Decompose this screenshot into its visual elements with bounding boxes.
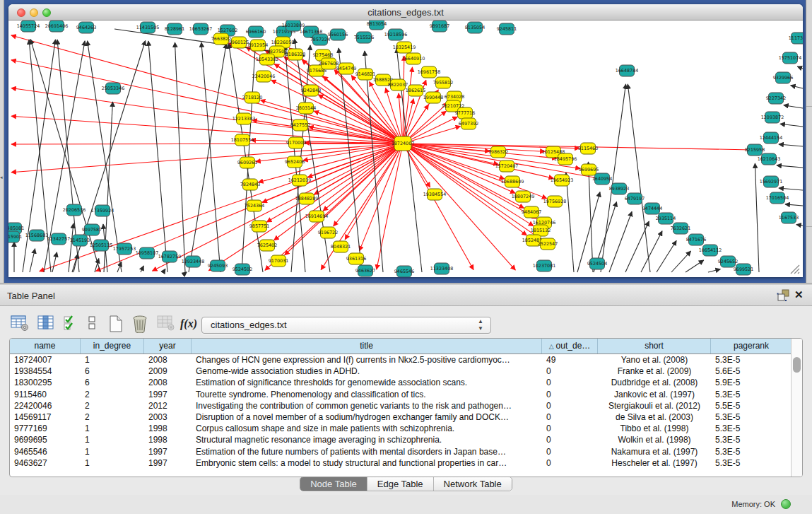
table-cell[interactable]: 0: [542, 423, 598, 434]
table-row[interactable]: 911546021997Tourette syndrome. Phenomeno…: [10, 389, 792, 400]
table-selector-dropdown[interactable]: citations_edges.txt ▲▼: [201, 317, 491, 334]
table-cell[interactable]: 2: [81, 400, 144, 411]
table-cell[interactable]: Stergiakouli et al. (2012): [598, 400, 711, 411]
table-row[interactable]: 946554611997Estimation of the future num…: [10, 446, 792, 457]
table-cell[interactable]: 2: [81, 411, 144, 423]
tab-edge-table[interactable]: Edge Table: [367, 477, 433, 491]
table-cell[interactable]: Yano et al. (2008): [598, 354, 711, 366]
table-cell[interactable]: 5.3E-5: [711, 389, 792, 400]
table-row[interactable]: 977716911998Corpus callosum shape and si…: [10, 423, 792, 434]
table-cell[interactable]: 2008: [144, 377, 192, 388]
column-header-pagerank[interactable]: pagerank: [711, 339, 792, 354]
table-cell[interactable]: 22420046: [10, 400, 81, 411]
column-header-short[interactable]: short: [598, 339, 711, 354]
table-cell[interactable]: 14569117: [10, 411, 81, 423]
row-height-button[interactable]: [86, 315, 107, 334]
table-cell[interactable]: 0: [542, 377, 598, 388]
table-cell[interactable]: Corpus callosum shape and size in male p…: [192, 423, 542, 434]
network-window-titlebar[interactable]: citations_edges.txt: [8, 4, 803, 21]
table-cell[interactable]: 1997: [144, 457, 192, 469]
table-cell[interactable]: 9465546: [10, 446, 81, 457]
table-cell[interactable]: 0: [542, 400, 598, 411]
scrollbar-thumb[interactable]: [793, 357, 801, 373]
delete-table-button[interactable]: [131, 315, 153, 334]
table-cell[interactable]: Franke et al. (2009): [598, 366, 711, 377]
table-cell[interactable]: 1: [81, 457, 144, 469]
table-cell[interactable]: Dudbridge et al. (2008): [598, 377, 711, 388]
table-cell[interactable]: 5.5E-5: [711, 400, 792, 411]
column-header-title[interactable]: title: [192, 339, 542, 354]
table-cell[interactable]: 0: [542, 434, 598, 445]
table-cell[interactable]: 6: [81, 366, 144, 377]
table-cell[interactable]: Genome-wide association studies in ADHD.: [192, 366, 542, 377]
table-cell[interactable]: 2: [81, 389, 144, 400]
tab-node-table[interactable]: Node Table: [300, 477, 367, 491]
table-cell[interactable]: 5.6E-5: [711, 366, 792, 377]
table-cell[interactable]: 5.3E-5: [711, 434, 792, 445]
table-cell[interactable]: Estimation of significance thresholds fo…: [192, 377, 542, 388]
memory-ok-icon[interactable]: [781, 499, 791, 509]
left-panel-splitter[interactable]: ◂: [0, 0, 4, 283]
table-cell[interactable]: 6: [81, 377, 144, 388]
table-cell[interactable]: 2003: [144, 411, 192, 423]
column-header-in_degree[interactable]: in_degree: [81, 339, 144, 354]
import-table-button-disabled[interactable]: [157, 315, 178, 334]
table-cell[interactable]: 9463627: [10, 457, 81, 469]
table-row[interactable]: 969969511998Structural magnetic resonanc…: [10, 434, 792, 445]
collapse-arrow-icon[interactable]: ◂: [0, 174, 4, 181]
table-cell[interactable]: 5.3E-5: [711, 354, 792, 366]
table-cell[interactable]: Tibbo et al. (1998): [598, 423, 711, 434]
table-cell[interactable]: 0: [542, 457, 598, 469]
tab-network-table[interactable]: Network Table: [433, 477, 512, 491]
column-header-name[interactable]: name: [10, 339, 81, 354]
table-cell[interactable]: Disruption of a novel member of a sodium…: [192, 411, 542, 423]
table-cell[interactable]: Tourette syndrome. Phenomenology and cla…: [192, 389, 542, 400]
table-cell[interactable]: Nakamura et al. (1997): [598, 446, 711, 457]
new-table-button[interactable]: [107, 315, 129, 334]
table-cell[interactable]: 1: [81, 446, 144, 457]
table-row[interactable]: 1872400712008Changes of HCN gene express…: [10, 354, 792, 366]
table-cell[interactable]: 2009: [144, 366, 192, 377]
table-cell[interactable]: 9699695: [10, 434, 81, 445]
table-cell[interactable]: 1998: [144, 434, 192, 445]
table-cell[interactable]: Embryonic stem cells: a model to study s…: [192, 457, 542, 469]
table-cell[interactable]: Estimation of the future numbers of pati…: [192, 446, 542, 457]
table-cell[interactable]: Wolkin et al. (1998): [598, 434, 711, 445]
table-cell[interactable]: 1: [81, 423, 144, 434]
table-row[interactable]: 1830029562008Estimation of significance …: [10, 377, 792, 388]
table-cell[interactable]: 0: [542, 389, 598, 400]
table-cell[interactable]: 9115460: [10, 389, 81, 400]
column-header-year[interactable]: year: [144, 339, 192, 354]
window-resize-grip[interactable]: [790, 264, 800, 274]
table-cell[interactable]: 2012: [144, 400, 192, 411]
table-cell[interactable]: de Silva et al. (2003): [598, 411, 711, 423]
table-cell[interactable]: 18724007: [10, 354, 81, 366]
table-row[interactable]: 946362711997Embryonic stem cells: a mode…: [10, 457, 792, 469]
column-header-out_de[interactable]: △out_de…: [542, 339, 598, 354]
show-columns-button[interactable]: [37, 315, 58, 334]
table-cell[interactable]: 1: [81, 354, 144, 366]
table-cell[interactable]: 5.3E-5: [711, 446, 792, 457]
table-cell[interactable]: 0: [542, 366, 598, 377]
table-cell[interactable]: 5.3E-5: [711, 423, 792, 434]
table-cell[interactable]: 1998: [144, 423, 192, 434]
table-cell[interactable]: Jankovic et al. (1997): [598, 389, 711, 400]
table-cell[interactable]: 0: [542, 446, 598, 457]
table-cell[interactable]: 5.3E-5: [711, 411, 792, 423]
network-view-window[interactable]: citations_edges.txt 14055724206914069464…: [8, 4, 803, 277]
network-canvas[interactable]: 1405572420691406946426311431505812896110…: [8, 21, 803, 277]
table-cell[interactable]: 18300295: [10, 377, 81, 388]
table-cell[interactable]: Investigating the contribution of common…: [192, 400, 542, 411]
table-cell[interactable]: 19384554: [10, 366, 81, 377]
results-panel-edge[interactable]: [806, 0, 812, 283]
table-cell[interactable]: Changes of HCN gene expression and I(f) …: [192, 354, 542, 366]
table-cell[interactable]: 5.9E-5: [711, 377, 792, 388]
table-cell[interactable]: 1997: [144, 389, 192, 400]
function-builder-button[interactable]: f(x): [180, 315, 204, 334]
close-panel-icon[interactable]: ✕: [794, 288, 807, 303]
table-cell[interactable]: 0: [542, 411, 598, 423]
table-cell[interactable]: Structural magnetic resonance image aver…: [192, 434, 542, 445]
table-cell[interactable]: 5.3E-5: [711, 457, 792, 469]
table-cell[interactable]: 1997: [144, 446, 192, 457]
table-row[interactable]: 2242004622012Investigating the contribut…: [10, 400, 792, 411]
